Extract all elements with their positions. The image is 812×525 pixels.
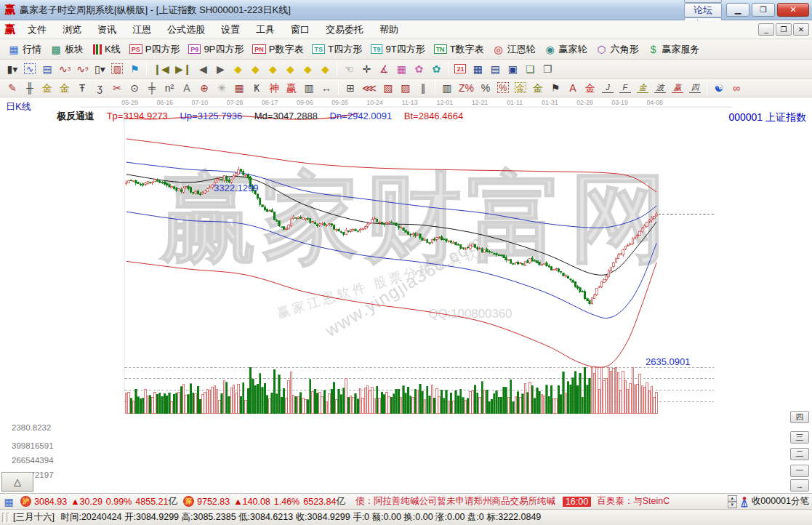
chart-3-tool[interactable]: ∿3	[56, 61, 73, 77]
save-tool[interactable]: ▣	[504, 61, 521, 77]
ying-mark-tool[interactable]: 赢	[283, 80, 300, 96]
sectors-button[interactable]: ▩板块	[46, 41, 88, 57]
kline-chart-canvas[interactable]: 赢家财富网赢家江恩软件 股票分析工具软件www.yingjia360.comQQ…	[0, 97, 812, 493]
gold-line-tool[interactable]: 金	[529, 80, 547, 96]
hollow-candle-dropdown[interactable]: ▯▾	[91, 61, 108, 77]
flower-pink-tool[interactable]: ✿	[410, 61, 427, 77]
text-tool[interactable]: A	[178, 80, 196, 96]
t-number-table-button[interactable]: TNT数字表	[430, 41, 489, 57]
web-tool[interactable]: ✳	[213, 80, 230, 96]
winner-service-button[interactable]: $赢家服务	[643, 41, 704, 57]
fan-red-tool[interactable]: ⋘	[359, 80, 379, 96]
shen-mark-tool[interactable]: 神	[265, 80, 283, 96]
step-back-button[interactable]: ◀	[194, 61, 212, 77]
gold-circle-tool[interactable]: 金	[512, 80, 529, 96]
menu-help[interactable]: 帮助	[371, 22, 406, 38]
gold-angle-tool[interactable]: 金	[634, 80, 651, 96]
pen-tool[interactable]: ✎	[4, 80, 21, 96]
rail-tool[interactable]: ╪	[143, 80, 161, 96]
percent-line-tool[interactable]: %	[494, 80, 512, 96]
quotes-button[interactable]: ▦行情	[4, 41, 46, 57]
calendar-tool[interactable]: 21	[451, 61, 469, 77]
diamond-left-tool[interactable]: ◆	[229, 61, 246, 77]
n2-tool[interactable]: n²	[161, 80, 178, 96]
news-ticker-2[interactable]: 百奥泰：与SteinC	[597, 495, 670, 508]
jump-first-button[interactable]: ❙◀	[150, 61, 172, 77]
gold-red-tool[interactable]: 金	[582, 80, 599, 96]
menu-trade-order[interactable]: 交易委托	[318, 22, 371, 38]
gold-gate-tool[interactable]: 金	[39, 80, 56, 96]
quote-table-icon[interactable]: ▦	[3, 495, 15, 508]
measure-width-tool[interactable]: ↔	[318, 80, 335, 96]
t9-square-button[interactable]: T99T四方形	[366, 41, 430, 57]
menu-browse[interactable]: 浏览	[55, 22, 89, 38]
pattern-box-tool[interactable]: ▨	[108, 61, 126, 77]
pane-split-3-button[interactable]: 三	[790, 431, 809, 444]
angle-measure-tool[interactable]: ∡	[375, 61, 393, 77]
diamond-right-tool[interactable]: ◆	[246, 61, 264, 77]
si-angle-tool[interactable]: 四	[686, 80, 704, 96]
statusbar-grip[interactable]	[7, 513, 9, 523]
menu-gann[interactable]: 江恩	[124, 22, 159, 38]
t-square-button[interactable]: TST四方形	[307, 41, 366, 57]
hand-tool[interactable]: ☜	[340, 61, 358, 77]
pane-collapse-button[interactable]: △	[1, 472, 33, 492]
gann-wheel-button[interactable]: ◎江恩轮	[489, 41, 540, 57]
menu-formula-stock-pick[interactable]: 公式选股	[159, 22, 213, 38]
report-tool[interactable]: ▤	[39, 61, 56, 77]
f-ruler-tool[interactable]: Ŧ	[73, 80, 91, 96]
gold-gate2-tool[interactable]: 金	[56, 80, 73, 96]
mdi-restore-button[interactable]: ❐	[776, 23, 792, 36]
menu-file[interactable]: 文件	[20, 22, 55, 38]
statusbar-grip[interactable]	[2, 513, 5, 523]
gann-grid-tool[interactable]: ▦	[393, 61, 410, 77]
fan-box2-tool[interactable]: ▨	[397, 80, 414, 96]
p-square-button[interactable]: PSP四方形	[125, 41, 185, 57]
grid123-tool[interactable]: ▥	[300, 80, 318, 96]
kline-button[interactable]: K线	[88, 41, 125, 57]
pane-next-button[interactable]: →	[790, 479, 809, 492]
bar-style-dropdown[interactable]: ▮▾	[4, 61, 21, 77]
memo-tool[interactable]: ▤	[486, 61, 504, 77]
close-button[interactable]: ✕	[777, 3, 809, 17]
menu-tools[interactable]: 工具	[248, 22, 283, 38]
stats-table-tool[interactable]: ▥	[438, 80, 456, 96]
mdi-close-button[interactable]: ✕	[793, 23, 809, 36]
chart-9-tool[interactable]: ∿9	[73, 61, 91, 77]
news-ticker[interactable]: 债：阿拉善纯碱公司暂未申请郑州商品交易所纯碱	[355, 495, 555, 508]
menu-window[interactable]: 窗口	[283, 22, 318, 38]
crosshair-tool[interactable]: ✛	[358, 61, 375, 77]
clock-tool[interactable]: ⊙	[126, 80, 143, 96]
export-tool[interactable]: ❏	[521, 61, 539, 77]
fan-box-tool[interactable]: ▧	[379, 80, 397, 96]
fence-tool[interactable]: ╫	[21, 80, 39, 96]
customer-service-button[interactable]: 客服	[684, 0, 722, 3]
menu-settings[interactable]: 设置	[213, 22, 248, 38]
yinyang-tool[interactable]: ☯	[710, 80, 728, 96]
ying-angle-tool[interactable]: 赢	[669, 80, 686, 96]
ink-flag-tool[interactable]: ⚑	[547, 80, 564, 96]
color-flag-tool[interactable]: ⚑	[126, 61, 143, 77]
a-wave-tool[interactable]: A	[564, 80, 582, 96]
flower-teal-tool[interactable]: ✿	[427, 61, 445, 77]
infinity-tool[interactable]: ∞	[728, 80, 745, 96]
ticker-spinner[interactable]: ▲▼	[728, 495, 737, 508]
j-angle-tool[interactable]: J	[599, 80, 616, 96]
p-number-table-button[interactable]: PNP数字表	[248, 41, 307, 57]
winner-wheel-button[interactable]: ◉赢家轮	[540, 41, 592, 57]
forum-button[interactable]: 论坛	[684, 3, 722, 17]
knife-tool[interactable]: ✂	[108, 80, 126, 96]
bo-angle-tool[interactable]: 波	[651, 80, 669, 96]
hexagon-button[interactable]: ⬡六角形	[592, 41, 643, 57]
pane-split-4-button[interactable]: 四	[790, 411, 809, 423]
k-mark-tool[interactable]: Ҝ	[248, 80, 265, 96]
jump-last-button[interactable]: ▶❙	[172, 61, 195, 77]
mdi-minimize-button[interactable]: _	[758, 23, 774, 36]
target-tool[interactable]: ⊕	[196, 80, 213, 96]
parallel-tool[interactable]: ∥	[414, 80, 432, 96]
menu-news[interactable]: 资讯	[89, 22, 124, 38]
print-tool[interactable]: ❐	[539, 61, 556, 77]
pane-split-2-button[interactable]: 二	[790, 448, 809, 460]
maximize-button[interactable]: ❐	[752, 3, 775, 17]
diamond-horizontal-tool[interactable]: ◆	[264, 61, 281, 77]
